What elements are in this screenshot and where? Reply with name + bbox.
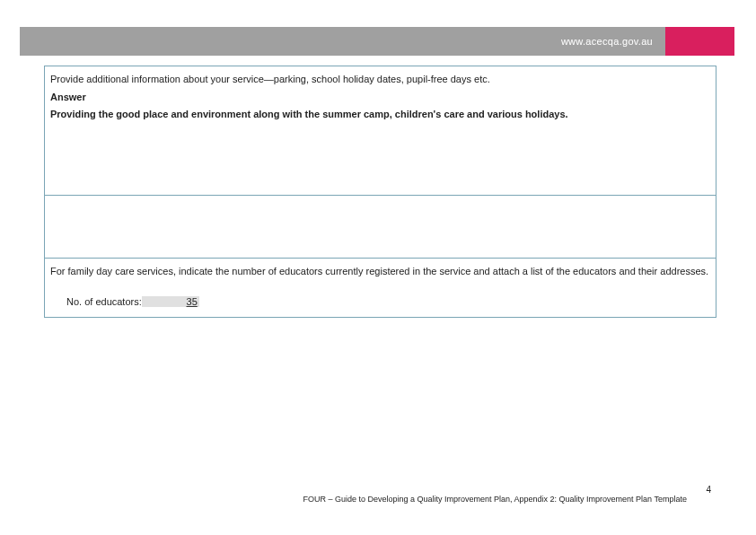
header-bar: www.acecqa.gov.au: [20, 27, 734, 56]
header-accent-block: [665, 27, 734, 56]
prompt-additional-info: Provide additional information about you…: [50, 73, 710, 86]
section-family-day-care: For family day care services, indicate t…: [45, 259, 716, 317]
section-additional-info: Provide additional information about you…: [45, 66, 716, 196]
educators-line: No. of educators: 35: [50, 296, 710, 307]
page-number: 4: [706, 485, 711, 495]
footer-text: FOUR – Guide to Developing a Quality Imp…: [0, 495, 714, 504]
section-empty: [45, 196, 716, 259]
educators-value-field[interactable]: 35: [142, 296, 199, 307]
header-grey-section: www.acecqa.gov.au: [20, 27, 665, 56]
answer-label: Answer: [50, 92, 710, 102]
educators-label: No. of educators:: [66, 296, 142, 307]
prompt-family-day-care: For family day care services, indicate t…: [50, 265, 710, 278]
answer-text: Providing the good place and environment…: [50, 108, 710, 121]
content-table: Provide additional information about you…: [44, 66, 716, 318]
header-url: www.acecqa.gov.au: [561, 36, 653, 47]
